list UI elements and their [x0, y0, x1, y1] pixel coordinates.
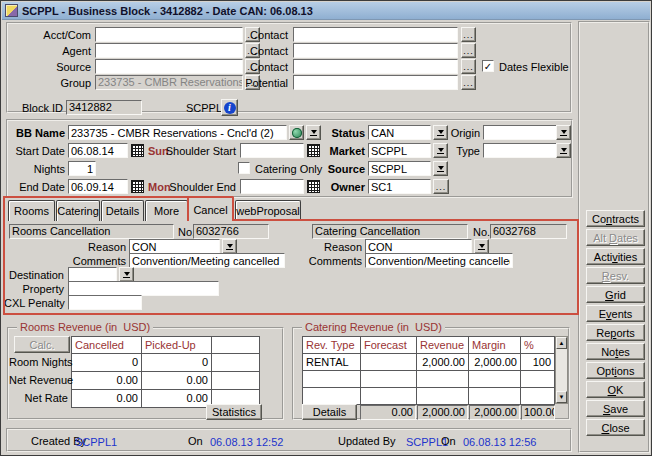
origin-dropdown-button[interactable] [556, 125, 571, 140]
bb-source-field[interactable] [368, 161, 431, 176]
catering-row-pct[interactable]: 100 [521, 354, 554, 370]
catering-total-pct: 100.00 [521, 405, 555, 420]
net-rate-picked[interactable]: 0.00 [142, 390, 211, 407]
bb-source-dropdown-button[interactable] [433, 161, 448, 176]
bb-source-label: Source [305, 163, 365, 176]
footer-bar: Created By SCPPL1 On 06.08.13 12:52 Upda… [6, 428, 572, 452]
catering-revenue-table: Rev. Type Forecast Revenue Margin % RENT… [302, 336, 555, 405]
contact1-label: Contact [228, 29, 288, 42]
tab-details[interactable]: Details [101, 200, 144, 221]
contact2-ellipsis-button[interactable]: ... [461, 43, 476, 58]
shoulder-start-field[interactable] [240, 143, 304, 158]
contact3-field[interactable] [293, 59, 458, 74]
nights-field[interactable] [68, 161, 96, 176]
contact3-ellipsis-button[interactable]: ... [461, 59, 476, 74]
catering-revenue-title: Catering Revenue (in USD) [302, 321, 445, 333]
destination-field[interactable] [68, 267, 117, 282]
potential-ellipsis-button[interactable]: ... [461, 75, 476, 90]
scroll-down-icon[interactable]: ▼ [556, 391, 567, 403]
catering-reason-field[interactable] [365, 239, 472, 254]
contact2-field[interactable] [293, 43, 458, 58]
catering-row-forecast[interactable] [361, 354, 416, 370]
room-nights-label: Room Nights [9, 356, 68, 369]
details-button[interactable]: Details [302, 404, 357, 420]
net-rate-cancelled[interactable]: 0.00 [72, 390, 141, 407]
acct-com-field[interactable] [95, 27, 243, 42]
app-icon [5, 4, 18, 17]
tab-more[interactable]: More [145, 200, 188, 221]
dates-flexible-checkbox[interactable]: ✓ [482, 60, 494, 72]
source-field[interactable] [95, 59, 243, 74]
shoulder-start-label: Shoulder Start [136, 145, 236, 158]
contact1-field[interactable] [293, 27, 458, 42]
info-icon: i [224, 102, 236, 114]
status-label: Status [305, 127, 365, 140]
net-revenue-cancelled[interactable]: 0.00 [72, 372, 141, 389]
bb-name-globe-button[interactable] [289, 125, 304, 140]
net-revenue-picked[interactable]: 0.00 [142, 372, 211, 389]
dates-flexible-label: Dates Flexible [499, 61, 574, 74]
close-button[interactable]: Close [586, 419, 645, 436]
annotation-line-bottom [3, 313, 579, 315]
market-label: Market [305, 145, 365, 158]
property-field[interactable] [68, 281, 219, 296]
scroll-up-icon[interactable]: ▲ [556, 337, 567, 349]
rooms-reason-field[interactable] [129, 239, 220, 254]
catering-comments-field[interactable] [365, 253, 513, 268]
nights-label: Nights [8, 163, 65, 176]
end-date-field[interactable] [68, 179, 128, 194]
activities-button[interactable]: Activities [586, 248, 645, 265]
cxl-penalty-field[interactable] [68, 295, 142, 310]
type-dropdown-button[interactable] [556, 143, 571, 158]
tab-webproposal[interactable]: webProposal [235, 200, 301, 221]
type-field[interactable] [483, 143, 557, 158]
room-nights-cancelled[interactable]: 0 [72, 354, 141, 371]
rooms-reason-dropdown-button[interactable] [222, 239, 237, 254]
start-date-field[interactable] [68, 143, 128, 158]
catering-table-scrollbar[interactable]: ▲ ▼ [555, 336, 568, 404]
room-nights-picked[interactable]: 0 [142, 354, 211, 371]
catering-row-rev-type[interactable]: RENTAL [303, 354, 360, 370]
shoulder-end-label: Shoulder End [136, 181, 236, 194]
ok-button[interactable]: OK [586, 381, 645, 398]
property-info-button[interactable]: i [221, 99, 238, 116]
catering-reason-dropdown-button[interactable] [474, 239, 489, 254]
block-id-label: Block ID [13, 102, 63, 115]
catering-only-checkbox[interactable] [238, 162, 250, 174]
rooms-comments-field[interactable] [129, 253, 285, 268]
destination-dropdown-button[interactable] [119, 267, 134, 282]
owner-ellipsis-button[interactable]: ... [433, 179, 449, 194]
catering-col-forecast: Forecast [361, 337, 416, 353]
potential-field[interactable] [293, 75, 458, 90]
calc-button[interactable]: Calc. [14, 336, 70, 353]
rooms-revenue-table: Cancelled Picked-Up 0 0 0.00 0.00 0.00 0… [71, 336, 260, 408]
updated-by-label: Updated By [338, 435, 403, 448]
origin-field[interactable] [483, 125, 557, 140]
catering-total-revenue: 2,000.00 [417, 405, 468, 420]
options-button[interactable]: Options [586, 362, 645, 379]
block-id-value: 3412882 [66, 100, 142, 115]
resv-button[interactable]: Resv. [586, 267, 645, 284]
contracts-button[interactable]: Contracts [586, 210, 645, 227]
created-on-label: On [188, 435, 208, 448]
contact1-ellipsis-button[interactable]: ... [461, 27, 476, 42]
reports-button[interactable]: Reports [586, 324, 645, 341]
catering-col-revenue: Revenue [417, 337, 468, 353]
contact2-label: Contact [228, 45, 288, 58]
save-button[interactable]: Save [586, 400, 645, 417]
notes-button[interactable]: Notes [586, 343, 645, 360]
group-field[interactable]: 233735 - CMBR Reservations - Cncl'd [95, 75, 243, 90]
tab-rooms[interactable]: Rooms [8, 200, 55, 221]
alt-dates-button[interactable]: Alt Dates [586, 229, 645, 246]
agent-field[interactable] [95, 43, 243, 58]
tab-cancel[interactable]: Cancel [187, 196, 234, 221]
shoulder-end-field[interactable] [240, 179, 304, 194]
grid-button[interactable]: Grid [586, 286, 645, 303]
events-button[interactable]: Events [586, 305, 645, 322]
bb-name-field[interactable] [68, 125, 287, 140]
owner-field[interactable] [368, 179, 431, 194]
catering-row-margin[interactable]: 2,000.00 [469, 354, 520, 370]
statistics-button[interactable]: Statistics [206, 404, 262, 420]
tab-catering[interactable]: Catering [56, 200, 100, 221]
catering-row-revenue[interactable]: 2,000.00 [417, 354, 468, 370]
